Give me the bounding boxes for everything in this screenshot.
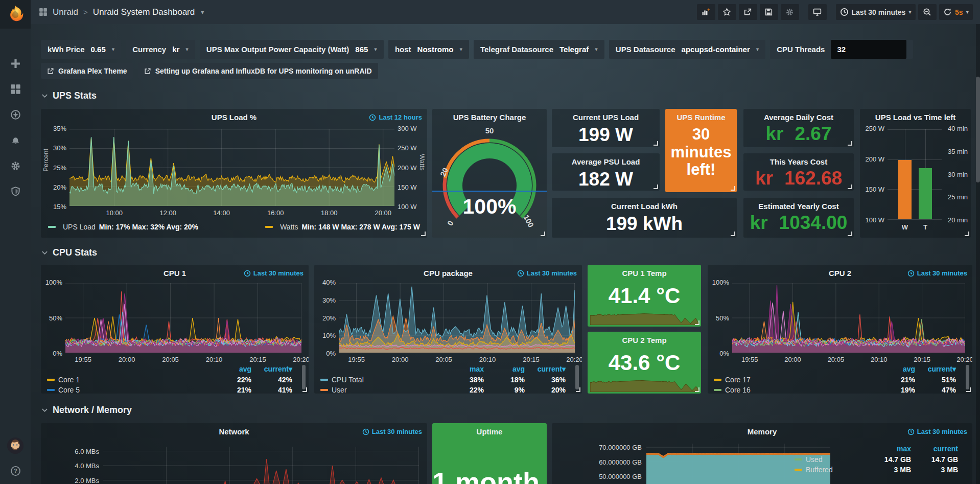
settings-gear-button[interactable] bbox=[781, 4, 799, 20]
panel-title[interactable]: Average Daily Cost bbox=[743, 109, 854, 122]
cycle-view-monitor-button[interactable] bbox=[808, 4, 827, 20]
legend-color-swatch[interactable] bbox=[320, 389, 328, 391]
alerting-bell-icon[interactable] bbox=[9, 134, 21, 146]
network-chart-plot[interactable] bbox=[103, 447, 419, 484]
ups-load-chart-plot[interactable] bbox=[69, 129, 394, 206]
variable-value-dropdown[interactable]: Nostromo bbox=[417, 45, 454, 54]
explore-compass-icon[interactable] bbox=[9, 108, 21, 121]
chevron-down-icon[interactable]: ▾ bbox=[595, 46, 598, 53]
dashboard-link[interactable]: Setting up Grafana and InfluxDB for UPS … bbox=[138, 63, 378, 79]
panel-resize-handle[interactable] bbox=[541, 232, 545, 236]
star-button[interactable] bbox=[718, 4, 736, 20]
legend-series-name[interactable]: UPS Load bbox=[63, 223, 96, 231]
add-icon[interactable] bbox=[9, 57, 21, 70]
legend-series-name[interactable]: Core 5 bbox=[58, 386, 211, 394]
legend-scrollbar[interactable] bbox=[575, 365, 579, 389]
cpu2-chart-plot[interactable] bbox=[732, 283, 965, 353]
legend-color-swatch[interactable] bbox=[795, 469, 802, 471]
panel-title[interactable]: Current Load kWh bbox=[552, 198, 737, 211]
legend-scrollbar[interactable] bbox=[966, 365, 969, 389]
panel-title[interactable]: This Years Cost bbox=[743, 153, 854, 166]
legend-column-max[interactable]: max bbox=[864, 445, 911, 453]
chevron-down-icon[interactable]: ▾ bbox=[459, 46, 462, 53]
panel-resize-handle[interactable] bbox=[576, 387, 580, 392]
legend-series-name[interactable]: CPU Total bbox=[332, 376, 443, 384]
variable-value-dropdown[interactable]: 865 bbox=[355, 45, 368, 54]
legend-color-swatch[interactable] bbox=[795, 458, 802, 460]
add-panel-button[interactable] bbox=[697, 4, 715, 20]
legend-series-name[interactable]: User bbox=[332, 386, 443, 394]
panel-title[interactable]: Estimated Yearly Cost bbox=[743, 198, 854, 211]
legend-series-name[interactable]: Buffered bbox=[806, 466, 864, 474]
cpu1-chart-plot[interactable] bbox=[65, 283, 301, 353]
panel-title[interactable]: UPS Load vs Time left bbox=[860, 109, 971, 122]
legend-item[interactable]: WattsMin: 148 W Max: 278 W Avg: 175 W bbox=[265, 223, 420, 231]
chevron-down-icon[interactable]: ▾ bbox=[201, 9, 204, 16]
help-icon[interactable]: ? bbox=[9, 465, 21, 477]
panel-time-range[interactable]: Last 30 minutes bbox=[517, 269, 577, 277]
variable-value-dropdown[interactable]: kr bbox=[172, 45, 179, 54]
legend-column-max[interactable]: max bbox=[443, 365, 484, 373]
section-cpu-stats[interactable]: CPU Stats bbox=[41, 247, 97, 258]
panel-title[interactable]: UPS Battery Charge bbox=[432, 109, 547, 122]
panel-resize-handle[interactable] bbox=[848, 141, 852, 146]
panel-resize-handle[interactable] bbox=[421, 232, 426, 236]
panel-title[interactable]: CPU 1 Temp bbox=[588, 265, 701, 278]
legend-color-swatch[interactable] bbox=[320, 379, 328, 381]
chevron-down-icon[interactable]: ▾ bbox=[756, 46, 759, 53]
panel-resize-handle[interactable] bbox=[302, 387, 307, 392]
legend-color-swatch[interactable] bbox=[47, 389, 55, 391]
panel-time-range[interactable]: Last 30 minutes bbox=[907, 428, 967, 435]
chevron-down-icon[interactable]: ▾ bbox=[374, 46, 377, 53]
panel-title[interactable]: Current UPS Load bbox=[552, 109, 660, 122]
bar-t[interactable] bbox=[919, 168, 932, 219]
panel-resize-handle[interactable] bbox=[848, 232, 852, 236]
save-button[interactable] bbox=[760, 4, 778, 20]
legend-column-current[interactable]: current▾ bbox=[525, 365, 566, 373]
legend-column-current[interactable]: current▾ bbox=[251, 365, 292, 373]
legend-series-name[interactable]: Watts bbox=[280, 223, 298, 231]
legend-series-name[interactable]: Core 17 bbox=[725, 376, 874, 384]
legend-column-avg[interactable]: avg bbox=[484, 365, 525, 373]
legend-column-current[interactable]: current bbox=[911, 445, 958, 453]
panel-resize-handle[interactable] bbox=[654, 185, 658, 189]
legend-series-name[interactable]: Core 1 bbox=[58, 376, 211, 384]
panel-title[interactable]: CPU 2 Temp bbox=[588, 332, 701, 344]
dashboards-icon[interactable] bbox=[9, 83, 21, 95]
legend-column-current[interactable]: current▾ bbox=[915, 365, 956, 373]
dashboard-link[interactable]: Grafana Plex Theme bbox=[41, 63, 133, 79]
panel-time-range[interactable]: Last 30 minutes bbox=[244, 269, 304, 277]
configuration-gear-icon[interactable] bbox=[9, 159, 21, 172]
panel-title[interactable]: Average PSU Load bbox=[552, 153, 660, 166]
share-button[interactable] bbox=[739, 4, 757, 20]
legend-color-swatch[interactable] bbox=[714, 389, 721, 391]
chevron-down-icon[interactable]: ▾ bbox=[112, 46, 115, 53]
cpu-package-chart-plot[interactable] bbox=[339, 283, 575, 353]
section-ups-stats[interactable]: UPS Stats bbox=[41, 90, 97, 101]
grafana-logo[interactable] bbox=[0, 0, 31, 29]
refresh-button[interactable]: 5s ▾ bbox=[939, 4, 973, 20]
variable-value-dropdown[interactable]: apcupsd-container bbox=[682, 45, 750, 54]
legend-series-name[interactable]: Core 16 bbox=[725, 386, 874, 394]
zoom-out-button[interactable] bbox=[918, 4, 937, 20]
legend-series-name[interactable]: Used bbox=[806, 455, 864, 464]
panel-resize-handle[interactable] bbox=[731, 186, 735, 191]
legend-item[interactable]: UPS LoadMin: 17% Max: 32% Avg: 20% bbox=[48, 223, 198, 231]
time-range-picker[interactable]: Last 30 minutes ▾ bbox=[836, 4, 916, 20]
legend-scrollbar[interactable] bbox=[302, 365, 306, 389]
panel-resize-handle[interactable] bbox=[848, 185, 852, 189]
breadcrumb-folder[interactable]: Unraid bbox=[53, 7, 78, 17]
legend-color-swatch[interactable] bbox=[265, 226, 273, 228]
server-admin-shield-icon[interactable] bbox=[9, 185, 21, 197]
scrollbar-thumb[interactable] bbox=[976, 77, 980, 182]
panel-resize-handle[interactable] bbox=[695, 387, 699, 392]
panel-resize-handle[interactable] bbox=[965, 232, 969, 236]
panel-resize-handle[interactable] bbox=[966, 387, 971, 392]
bar-chart[interactable]: WT250 W200 W150 W100 W40 min35 min30 min… bbox=[860, 109, 971, 238]
panel-resize-handle[interactable] bbox=[731, 232, 735, 236]
panel-resize-handle[interactable] bbox=[695, 320, 699, 325]
legend-column-avg[interactable]: avg bbox=[874, 365, 915, 373]
panel-title[interactable]: UPS Runtime bbox=[665, 109, 737, 122]
legend-column-avg[interactable]: avg bbox=[211, 365, 251, 373]
panel-resize-handle[interactable] bbox=[654, 141, 658, 146]
